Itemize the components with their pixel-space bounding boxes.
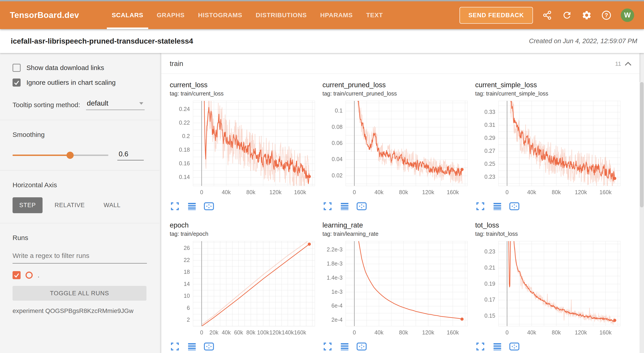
expand-chart-icon[interactable] [322, 201, 333, 211]
smoothing-value-field[interactable]: 0.6 [117, 150, 144, 160]
smoothing-slider-fill [12, 155, 70, 156]
toggle-all-runs-button[interactable]: TOGGLE ALL RUNS [12, 286, 146, 301]
log-scale-toggle-icon[interactable] [187, 341, 197, 352]
chart-card: learning_rate tag: train/learning_rate [322, 221, 470, 352]
chart-card: current_loss tag: train/current_loss [170, 81, 318, 211]
show-download-links-checkbox-row[interactable]: Show data download links [12, 64, 147, 72]
sidebar-divider [0, 120, 160, 120]
checkbox-unchecked-icon[interactable] [12, 64, 20, 72]
log-scale-toggle-icon[interactable] [492, 201, 502, 211]
axis-relative-button[interactable]: RELATIVE [48, 197, 92, 213]
tooltip-sorting-label: Tooltip sorting method: [12, 101, 80, 110]
fit-domain-icon[interactable] [509, 201, 520, 211]
fit-domain-icon[interactable] [204, 201, 214, 211]
smoothing-slider[interactable] [12, 155, 108, 156]
chart-actions [322, 341, 470, 352]
expand-chart-icon[interactable] [322, 341, 333, 352]
log-scale-toggle-icon[interactable] [187, 201, 197, 211]
fit-domain-icon[interactable] [356, 201, 367, 211]
send-feedback-button[interactable]: SEND FEEDBACK [460, 7, 533, 24]
expand-chart-icon[interactable] [475, 341, 486, 352]
share-icon[interactable] [542, 10, 553, 20]
sidebar-divider [0, 223, 160, 223]
chart-card: tot_loss tag: train/tot_loss [475, 221, 623, 352]
fit-domain-icon[interactable] [356, 341, 367, 352]
log-scale-toggle-icon[interactable] [340, 201, 350, 211]
axis-step-button[interactable]: STEP [12, 197, 42, 213]
chart-tag: tag: train/current_simple_loss [475, 90, 623, 97]
chart-title: tot_loss [475, 221, 623, 229]
tooltip-sorting-select[interactable]: default [86, 99, 145, 110]
experiment-header: icefall-asr-librispeech-pruned-transduce… [0, 29, 644, 53]
group-title: train [170, 60, 183, 68]
run-list-item[interactable]: . [12, 271, 147, 279]
chart-tag: tag: train/current_loss [170, 90, 318, 97]
sidebar-divider [0, 170, 160, 170]
chart-tag: tag: train/current_pruned_loss [322, 90, 470, 97]
chart-actions [170, 201, 318, 211]
chart-card: current_pruned_loss tag: train/current_p… [322, 81, 470, 211]
vertical-scrollbar[interactable] [640, 82, 644, 353]
chart-title: current_loss [170, 81, 318, 89]
expand-chart-icon[interactable] [170, 201, 180, 211]
tab-graphs[interactable]: GRAPHS [150, 1, 192, 29]
chart-title: epoch [170, 221, 318, 229]
chart-canvas[interactable] [170, 239, 318, 341]
chart-canvas[interactable] [322, 99, 470, 200]
tab-distributions[interactable]: DISTRIBUTIONS [249, 1, 314, 29]
chart-canvas[interactable] [170, 99, 318, 200]
nav-tabs: SCALARS GRAPHS HISTOGRAMS DISTRIBUTIONS … [105, 1, 390, 29]
scrollbar-thumb[interactable] [640, 82, 644, 207]
chart-tag: tag: train/tot_loss [475, 231, 623, 237]
user-avatar[interactable]: W [621, 8, 634, 22]
chart-actions [475, 201, 623, 211]
chart-actions [170, 341, 318, 352]
tooltip-sorting-value: default [87, 99, 108, 107]
chart-actions [475, 341, 623, 352]
top-navbar: TensorBoard.dev SCALARS GRAPHS HISTOGRAM… [0, 1, 644, 29]
chart-title: current_pruned_loss [322, 81, 470, 89]
fit-domain-icon[interactable] [204, 341, 214, 352]
chart-title: current_simple_loss [475, 81, 623, 89]
tab-scalars[interactable]: SCALARS [105, 1, 150, 29]
chart-card: epoch tag: train/epoch [170, 221, 318, 352]
tab-hparams[interactable]: HPARAMS [314, 1, 360, 29]
experiment-id-text: experiment QOGSPBgsR8KzcRMmie9JGw [12, 307, 147, 315]
tab-text[interactable]: TEXT [360, 1, 390, 29]
runs-filter-input[interactable] [12, 251, 147, 264]
runs-label: Runs [12, 234, 147, 242]
expand-chart-icon[interactable] [475, 201, 486, 211]
chart-canvas[interactable] [475, 239, 623, 341]
chart-tag: tag: train/epoch [170, 231, 318, 237]
refresh-icon[interactable] [562, 10, 572, 20]
settings-gear-icon[interactable] [581, 10, 592, 20]
chevron-down-icon [139, 102, 144, 105]
app-logo: TensorBoard.dev [10, 10, 79, 20]
run-checkbox-checked-icon[interactable] [12, 271, 20, 279]
checkbox-label: Show data download links [26, 64, 104, 72]
ignore-outliers-checkbox-row[interactable]: Ignore outliers in chart scaling [12, 78, 147, 87]
chart-title: learning_rate [322, 221, 470, 229]
log-scale-toggle-icon[interactable] [492, 341, 502, 352]
train-group-header[interactable]: train 11 [161, 53, 640, 74]
experiment-title: icefall-asr-librispeech-pruned-transduce… [11, 37, 193, 45]
chevron-up-icon [624, 61, 632, 66]
tab-histograms[interactable]: HISTOGRAMS [192, 1, 249, 29]
created-timestamp: Created on Jun 4, 2022, 12:59:07 PM [529, 37, 637, 45]
run-name: . [38, 271, 40, 279]
chart-tag: tag: train/learning_rate [322, 231, 470, 237]
checkbox-checked-icon[interactable] [12, 78, 20, 87]
content-area: Show data download links Ignore outliers… [0, 53, 644, 353]
chart-canvas[interactable] [322, 239, 470, 341]
chart-canvas[interactable] [475, 99, 623, 200]
help-icon[interactable]: ? [601, 10, 612, 20]
run-color-swatch[interactable] [26, 272, 33, 279]
group-chart-count: 11 [615, 60, 621, 67]
smoothing-label: Smoothing [12, 131, 147, 138]
navbar-actions: SEND FEEDBACK ? W [460, 7, 634, 24]
expand-chart-icon[interactable] [170, 341, 180, 352]
axis-wall-button[interactable]: WALL [97, 197, 128, 213]
fit-domain-icon[interactable] [509, 341, 520, 352]
log-scale-toggle-icon[interactable] [340, 341, 350, 352]
smoothing-slider-thumb[interactable] [66, 152, 74, 159]
